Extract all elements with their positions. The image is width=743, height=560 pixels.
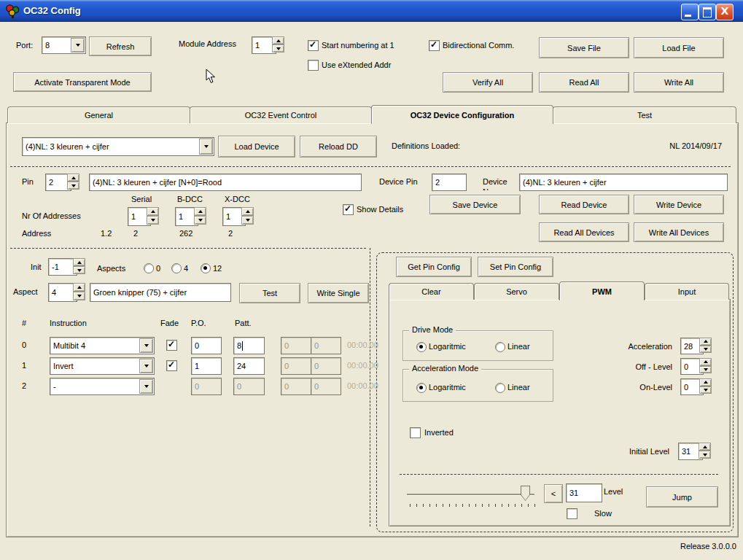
close-button[interactable]: X	[716, 4, 734, 20]
bdcc-spinner[interactable]	[194, 207, 206, 225]
spin-up-button[interactable]	[699, 358, 712, 366]
spin-up-button[interactable]	[699, 443, 711, 451]
po-input[interactable]: 0	[191, 337, 222, 354]
spin-down-button[interactable]	[67, 182, 79, 190]
device-dropdown-arrow-icon[interactable]	[199, 139, 213, 155]
spin-down-button[interactable]	[73, 292, 85, 300]
load-device-button[interactable]: Load Device	[218, 136, 295, 158]
verify-all-button[interactable]: Verify All	[443, 72, 533, 93]
tab-servo[interactable]: Servo	[474, 283, 559, 300]
instruction-select[interactable]: Invert	[50, 357, 155, 375]
spin-up-button[interactable]	[73, 283, 85, 292]
patt-input[interactable]: 8	[233, 337, 265, 354]
device-name-input[interactable]: (4)NL: 3 kleuren + cijfer	[519, 174, 728, 191]
dropdown-arrow-icon[interactable]	[139, 338, 153, 353]
read-all-button[interactable]: Read All	[539, 72, 629, 93]
show-details-checkbox[interactable]	[343, 204, 354, 215]
spin-up-button[interactable]	[699, 378, 712, 386]
slow-checkbox[interactable]	[567, 508, 577, 519]
get-pin-config-button[interactable]: Get Pin Config	[396, 257, 472, 277]
start-numbering-checkbox[interactable]	[308, 40, 319, 51]
spin-up-button[interactable]	[272, 36, 284, 44]
write-all-devices-button[interactable]: Write All Devices	[634, 222, 724, 242]
spin-up-button[interactable]	[699, 338, 712, 346]
load-file-button[interactable]: Load File	[634, 37, 724, 58]
acceleration-mode-logaritmic-radio[interactable]	[416, 383, 427, 393]
refresh-button[interactable]: Refresh	[89, 36, 152, 56]
inverted-checkbox[interactable]	[410, 427, 421, 438]
pin-spinner[interactable]	[67, 174, 79, 190]
spin-up-button[interactable]	[73, 258, 85, 266]
spin-up-button[interactable]	[241, 207, 254, 216]
aspects-radio-12[interactable]	[201, 263, 211, 273]
fade-checkbox[interactable]	[166, 360, 177, 371]
port-dropdown-arrow-icon[interactable]	[71, 38, 85, 52]
off-level-spinner[interactable]	[699, 358, 712, 373]
test-button[interactable]: Test	[239, 283, 300, 303]
dropdown-arrow-icon[interactable]	[139, 379, 153, 394]
drive-mode-logaritmic-radio[interactable]	[416, 342, 427, 352]
init-spinner[interactable]	[73, 258, 85, 274]
port-select[interactable]: 8	[42, 36, 86, 54]
minimize-button[interactable]	[681, 4, 699, 20]
tab-test[interactable]: Test	[553, 106, 736, 123]
xdcc-spinner[interactable]	[241, 207, 254, 225]
tab-clear[interactable]: Clear	[389, 283, 474, 300]
title-bar[interactable]: OC32 Config X	[0, 0, 743, 22]
instruction-select[interactable]: -	[50, 378, 155, 395]
write-all-button[interactable]: Write All	[634, 72, 724, 93]
acceleration-mode-linear-radio[interactable]	[495, 383, 505, 393]
spin-down-button[interactable]	[147, 216, 159, 225]
spin-down-button[interactable]	[272, 44, 284, 52]
read-device-button[interactable]: Read Device	[539, 195, 629, 214]
tab-pwm[interactable]: PWM	[559, 281, 645, 300]
write-single-button[interactable]: Write Single	[308, 283, 369, 303]
spin-up-button[interactable]	[67, 174, 79, 182]
jump-button[interactable]: Jump	[646, 486, 718, 508]
spin-down-button[interactable]	[699, 346, 712, 354]
set-pin-config-button[interactable]: Set Pin Config	[478, 257, 553, 277]
serial-spinner[interactable]	[147, 207, 159, 225]
initial-level-spinner[interactable]	[699, 443, 711, 459]
spin-down-button[interactable]	[699, 386, 712, 394]
spin-down-button[interactable]	[194, 216, 206, 225]
reload-dd-button[interactable]: Reload DD	[300, 136, 377, 158]
use-extended-checkbox[interactable]	[308, 60, 319, 71]
module-address-spinner[interactable]	[272, 36, 284, 52]
acceleration-spinner[interactable]	[699, 338, 712, 353]
spin-up-button[interactable]	[147, 207, 159, 216]
maximize-button[interactable]	[699, 4, 716, 20]
spin-down-button[interactable]	[73, 266, 85, 274]
dropdown-arrow-icon[interactable]	[139, 359, 153, 373]
device-pin-input[interactable]: 2	[432, 174, 467, 191]
spin-up-button[interactable]	[194, 207, 206, 216]
level-back-button[interactable]: <	[544, 484, 563, 503]
aspect-name-input[interactable]: Groen knipper (75) + cijfer	[90, 283, 231, 302]
on-level-spinner[interactable]	[699, 378, 712, 394]
tab-event-control[interactable]: OC32 Event Control	[190, 106, 372, 123]
level-input[interactable]: 31	[566, 483, 602, 502]
tab-input[interactable]: Input	[645, 283, 729, 300]
level-slider-track[interactable]	[407, 494, 534, 495]
instruction-select[interactable]: Multibit 4	[50, 337, 155, 354]
drive-mode-linear-radio[interactable]	[495, 342, 505, 352]
po-input[interactable]: 1	[191, 357, 222, 375]
save-device-button[interactable]: Save Device	[429, 195, 521, 214]
bidirectional-checkbox[interactable]	[429, 40, 440, 51]
spin-down-button[interactable]	[699, 366, 712, 374]
device-select[interactable]: (4)NL: 3 kleuren + cijfer	[22, 137, 214, 156]
tab-device-configuration[interactable]: OC32 Device Configuration	[371, 105, 553, 124]
spin-down-button[interactable]	[699, 451, 711, 459]
read-all-devices-button[interactable]: Read All Devices	[539, 222, 629, 242]
aspects-radio-0[interactable]	[144, 263, 154, 273]
patt-input[interactable]: 24	[233, 357, 265, 375]
write-device-button[interactable]: Write Device	[634, 195, 724, 214]
save-file-button[interactable]: Save File	[539, 37, 629, 58]
tab-general[interactable]: General	[7, 106, 190, 123]
aspect-spinner[interactable]	[73, 283, 85, 300]
pin-description-input[interactable]: (4)NL: 3 kleuren + cijfer [N+0]=Rood	[89, 174, 362, 191]
aspects-radio-4[interactable]	[171, 263, 182, 273]
fade-checkbox[interactable]	[166, 340, 177, 351]
activate-transparent-mode-button[interactable]: Activate Transparent Mode	[13, 72, 152, 92]
spin-down-button[interactable]	[241, 216, 254, 225]
